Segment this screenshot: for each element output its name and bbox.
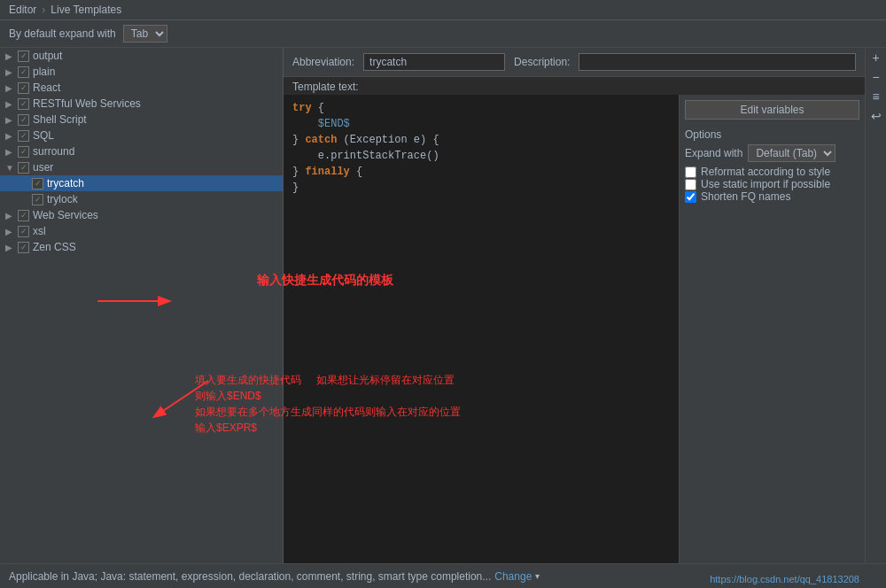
tree-arrow-webservices: ▶ <box>5 211 14 220</box>
applicable-text: Applicable in Java; Java: statement, exp… <box>9 570 491 583</box>
tree-item-trylock[interactable]: trylock <box>0 191 283 207</box>
tree-checkbox-user[interactable] <box>18 162 29 174</box>
abbreviation-input[interactable] <box>363 53 505 71</box>
add-icon[interactable]: + <box>872 51 879 64</box>
edit-variables-button[interactable]: Edit variables <box>685 100 859 120</box>
tree-item-trycatch[interactable]: trycatch <box>0 175 283 191</box>
tree-item-shell[interactable]: ▶Shell Script <box>0 112 283 128</box>
tree-arrow-output: ▶ <box>5 51 14 61</box>
options-expand-with: Expand with Default (Tab) Tab Enter Spac… <box>685 144 859 162</box>
tree-item-plain[interactable]: ▶plain <box>0 64 283 80</box>
checkbox-static_import[interactable] <box>685 179 696 190</box>
option-static_import: Use static import if possible <box>685 178 859 190</box>
fields-row: Abbreviation: Description: <box>284 48 865 77</box>
menu-icon[interactable]: ≡ <box>872 90 879 103</box>
tree-arrow-zencss: ▶ <box>5 243 14 252</box>
code-line: e.printStackTrace() <box>292 148 670 164</box>
checkbox-reformat[interactable] <box>685 166 696 178</box>
tree-label-sql: SQL <box>33 129 54 142</box>
tree-item-output[interactable]: ▶output <box>0 48 283 64</box>
code-line: } finally { <box>292 164 670 180</box>
tree-label-react: React <box>33 81 60 94</box>
tree-item-sql[interactable]: ▶SQL <box>0 128 283 143</box>
sidebar-icons: + − ≡ ↩ <box>865 48 886 563</box>
checkbox-label-reformat: Reformat according to style <box>701 166 830 178</box>
expand-with-option-label: Expand with <box>685 147 742 159</box>
tree-arrow-sql: ▶ <box>5 131 14 141</box>
tree-checkbox-xsl[interactable] <box>18 226 29 237</box>
tree-item-zencss[interactable]: ▶Zen CSS <box>0 239 283 255</box>
applicable-change-arrow: ▾ <box>535 571 540 581</box>
breadcrumb-sep: › <box>42 4 45 16</box>
tree-item-user[interactable]: ▼user <box>0 159 283 175</box>
tree-checkbox-surround[interactable] <box>18 146 29 158</box>
undo-icon[interactable]: ↩ <box>871 110 882 122</box>
settings-dialog: Editor › Live Templates By default expan… <box>0 0 886 588</box>
code-line: } <box>292 180 670 196</box>
edit-section: Abbreviation: Description: Template text… <box>284 48 865 563</box>
tree-label-webservices: Web Services <box>33 209 98 221</box>
tree-label-restful: RESTful Web Services <box>33 97 141 110</box>
expand-with-row: By default expand with Tab <box>0 20 886 48</box>
tree-item-webservices[interactable]: ▶Web Services <box>0 207 283 223</box>
middle-section: ▶output▶plain▶React▶RESTful Web Services… <box>0 48 886 563</box>
tree-panel: ▶output▶plain▶React▶RESTful Web Services… <box>0 48 284 563</box>
code-line: $END$ <box>292 116 670 132</box>
tree-checkbox-trycatch[interactable] <box>32 178 43 190</box>
tree-label-user: user <box>33 161 53 174</box>
tree-label-trycatch: trycatch <box>47 177 84 190</box>
tree-checkbox-output[interactable] <box>18 50 29 62</box>
breadcrumb-editor: Editor <box>9 4 36 16</box>
tree-checkbox-plain[interactable] <box>18 66 29 78</box>
tree-label-plain: plain <box>33 66 55 78</box>
tree-arrow-plain: ▶ <box>5 67 14 77</box>
breadcrumb: Editor › Live Templates <box>0 0 886 20</box>
tree-checkbox-shell[interactable] <box>18 114 29 126</box>
checkbox-label-shorten_fq: Shorten FQ names <box>701 190 790 203</box>
breadcrumb-live-templates: Live Templates <box>51 4 121 16</box>
tree-label-trylock: trylock <box>47 193 78 205</box>
description-label: Description: <box>514 56 570 68</box>
tree-arrow-user: ▼ <box>5 163 14 173</box>
tree-arrow-restful: ▶ <box>5 99 14 109</box>
option-shorten_fq: Shorten FQ names <box>685 190 859 203</box>
expand-with-label: By default expand with <box>9 27 116 40</box>
code-line: } catch (Exception e) { <box>292 132 670 148</box>
tree-checkbox-restful[interactable] <box>18 98 29 110</box>
options-label: Options <box>685 128 859 141</box>
option-reformat: Reformat according to style <box>685 166 859 178</box>
applicable-bar: Applicable in Java; Java: statement, exp… <box>0 563 886 588</box>
code-line: try { <box>292 100 670 116</box>
tree-item-surround[interactable]: ▶surround <box>0 143 283 159</box>
tree-label-surround: surround <box>33 145 74 158</box>
tree-label-shell: Shell Script <box>33 113 87 126</box>
options-checkboxes: Reformat according to styleUse static im… <box>685 166 859 203</box>
tree-item-restful[interactable]: ▶RESTful Web Services <box>0 96 283 112</box>
tree-label-zencss: Zen CSS <box>33 241 76 253</box>
tree-checkbox-zencss[interactable] <box>18 242 29 253</box>
code-editor[interactable]: try { $END$} catch (Exception e) { e.pri… <box>284 95 679 563</box>
tree-checkbox-trylock[interactable] <box>32 194 43 205</box>
checkbox-shorten_fq[interactable] <box>685 191 696 203</box>
tree-checkbox-webservices[interactable] <box>18 210 29 221</box>
expand-with-option-select[interactable]: Default (Tab) Tab Enter Space <box>748 144 835 162</box>
tree-checkbox-sql[interactable] <box>18 130 29 142</box>
tree-arrow-shell: ▶ <box>5 115 14 125</box>
remove-icon[interactable]: − <box>872 71 879 83</box>
change-link[interactable]: Change <box>494 570 532 583</box>
tree-arrow-react: ▶ <box>5 83 14 93</box>
tree-item-react[interactable]: ▶React <box>0 80 283 96</box>
expand-with-select[interactable]: Tab <box>123 25 167 43</box>
description-input[interactable] <box>579 53 856 71</box>
tree-item-xsl[interactable]: ▶xsl <box>0 223 283 239</box>
checkbox-label-static_import: Use static import if possible <box>701 178 830 190</box>
options-panel: Edit variables Options Expand with Defau… <box>679 95 865 563</box>
abbreviation-label: Abbreviation: <box>292 56 354 68</box>
tree-checkbox-react[interactable] <box>18 82 29 94</box>
tree-label-output: output <box>33 50 62 62</box>
template-label: Template text: <box>284 77 865 95</box>
tree-label-xsl: xsl <box>33 225 46 237</box>
tree-arrow-xsl: ▶ <box>5 227 14 236</box>
tree-arrow-surround: ▶ <box>5 147 14 157</box>
